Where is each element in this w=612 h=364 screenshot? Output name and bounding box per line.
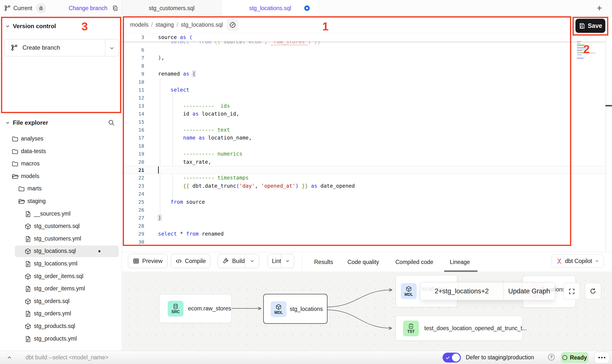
code-line-17[interactable]: 17 name as location_name, [122, 134, 606, 142]
file-tree-item-data-tests[interactable]: data-tests [0, 145, 122, 158]
breadcrumb: models / staging / stg_locations.sql [130, 21, 223, 28]
compile-button[interactable]: Compile [171, 254, 210, 268]
code-line-7[interactable]: 7), [122, 54, 606, 62]
build-dropdown[interactable] [245, 254, 259, 268]
code-line-13[interactable]: 13 ---------- ids [122, 102, 606, 110]
code-line-29[interactable]: 29select * from renamed [122, 230, 606, 238]
file-tree-item-macros[interactable]: macros [0, 158, 122, 170]
file-tree-item--sources-yml[interactable]: __sources.yml [0, 208, 122, 220]
file-tree-item-analyses[interactable]: analyses [0, 133, 122, 145]
code-line-22[interactable]: 22 ---------- timestamps [122, 174, 606, 182]
tab-stg-customers[interactable]: stg_customers.sql [122, 0, 222, 16]
code-line-14[interactable]: 14 id as location_id, [122, 110, 606, 118]
code-line-6[interactable]: 6 [122, 46, 606, 54]
code-line-19[interactable]: 19 ---------- numerics [122, 150, 606, 158]
dbt-copilot-button[interactable]: dbt Copilot [551, 254, 604, 268]
wrench-icon [223, 258, 229, 264]
minimap-line [577, 43, 580, 43]
build-button[interactable]: Build [218, 254, 259, 268]
file-tree-item-stg-products-yml[interactable]: stg_products.yml [0, 333, 122, 345]
search-icon[interactable] [107, 119, 115, 127]
tab-lineage[interactable]: Lineage [450, 252, 470, 272]
code-line-24[interactable]: 24 [122, 190, 606, 198]
compass-icon-button[interactable] [227, 19, 239, 31]
scrollbar-handle[interactable] [605, 105, 612, 106]
clipboard-check-icon [408, 323, 414, 329]
file-tree-item-stg-customers-sql[interactable]: stg_customers.sql [0, 220, 122, 233]
compile-label: Compile [185, 258, 206, 264]
folder-open-icon [12, 173, 19, 180]
help-icon[interactable]: ? [548, 354, 555, 361]
file-tree-item-stg-products-sql[interactable]: stg_products.sql [0, 320, 122, 333]
file-tree-item-stg-locations-sql[interactable]: stg_locations.sql [0, 245, 122, 258]
lineage-node-stg-locations[interactable]: MDL stg_locations [263, 294, 327, 324]
command-input[interactable]: dbt build --select <model_name> [26, 354, 108, 361]
lineage-canvas[interactable]: MDL locations locations SRC ecom.raw_sto… [122, 272, 612, 351]
code-text: from source [151, 198, 606, 206]
code-line-28[interactable]: 28 [122, 222, 606, 230]
tab-compiled-code[interactable]: Compiled code [395, 252, 433, 272]
code-line-9[interactable]: 9renamed as ( [122, 70, 606, 78]
preview-button[interactable]: Preview [128, 254, 167, 268]
chevron-down-icon[interactable] [109, 45, 115, 51]
file-tree-item-stg-orders-sql[interactable]: stg_orders.sql [0, 295, 122, 308]
file-tree-item-staging[interactable]: staging [0, 195, 122, 208]
code-text: ), [151, 54, 606, 62]
code-line-12[interactable]: 12 [122, 94, 606, 102]
copy-icon[interactable] [112, 5, 119, 12]
code-line-18[interactable]: 18 [122, 142, 606, 150]
file-tree-item-stg-orders-yml[interactable]: stg_orders.yml [0, 307, 122, 320]
chevron-down-icon [285, 258, 290, 264]
code-line-20[interactable]: 20 tax_rate, [122, 158, 606, 166]
code-line-5[interactable]: select * from {{ source('ecom', 'raw_sto… [122, 41, 606, 46]
code-line-27[interactable]: 27) [122, 214, 606, 222]
breadcrumb-segment[interactable]: models [130, 21, 148, 28]
file-tree-item-stg-locations-yml[interactable]: stg_locations.yml [0, 258, 122, 270]
create-branch-button[interactable]: Create branch [4, 39, 119, 56]
version-control-header[interactable]: Version control [0, 21, 122, 32]
file-explorer-header[interactable]: File explorer [0, 117, 122, 128]
lint-button[interactable]: Lint [268, 254, 294, 268]
file-tree-item-stg-customers-yml[interactable]: stg_customers.yml [0, 233, 122, 245]
tab-results[interactable]: Results [314, 252, 333, 272]
code-line-21[interactable]: 21 [122, 166, 606, 174]
file-tree-item-stg-order-items-yml[interactable]: stg_order_items.yml [0, 283, 122, 295]
code-line-11[interactable]: 11 select [122, 86, 606, 94]
code-line-10[interactable]: 10 [122, 78, 606, 86]
file-tree-item-models[interactable]: models [0, 170, 122, 183]
code-line-23[interactable]: 23 {{ dbt.date_trunc('day', 'opened_at')… [122, 182, 606, 190]
tab-code-quality[interactable]: Code quality [347, 252, 379, 272]
line-number: 22 [122, 174, 147, 182]
git-branch-icon [4, 5, 11, 12]
tab-stg-locations[interactable]: stg_locations.sql [222, 0, 319, 16]
more-options-button[interactable] [594, 352, 610, 364]
code-editor[interactable]: 3source as ( select * from {{ source('ec… [122, 33, 606, 252]
lint-dropdown[interactable] [281, 254, 294, 268]
lineage-node-test[interactable]: TST test_does_location_opened_at_trunc_t… [395, 316, 523, 341]
code-line-8[interactable]: 8 [122, 62, 606, 70]
code-line-3[interactable]: 3source as ( [122, 33, 606, 41]
file-tree-item-stg-order-items-sql[interactable]: stg_order_items.sql [0, 270, 122, 283]
file-tree-item-marts[interactable]: marts [0, 182, 122, 195]
code-line-26[interactable]: 26 [122, 206, 606, 214]
lineage-filter-input[interactable]: 2+stg_locations+2 [420, 283, 503, 300]
fullscreen-icon [568, 288, 575, 295]
update-graph-button[interactable]: Update Graph [503, 283, 555, 300]
new-tab-button[interactable]: + [594, 3, 605, 13]
lineage-node-ecom-raw-stores[interactable]: SRC ecom.raw_stores [159, 294, 232, 323]
code-line-15[interactable]: 15 [122, 118, 606, 126]
chevron-up-icon[interactable] [6, 355, 12, 361]
refresh-button[interactable] [585, 283, 601, 299]
tab-label: Lineage [450, 259, 470, 265]
save-button[interactable]: Save [575, 19, 605, 33]
defer-toggle[interactable] [443, 353, 461, 363]
save-icon [579, 23, 585, 29]
code-line-30[interactable]: 30 [122, 238, 606, 246]
breadcrumb-segment[interactable]: staging [156, 21, 174, 28]
line-number: 14 [122, 110, 147, 118]
fullscreen-button[interactable] [563, 283, 580, 300]
breadcrumb-segment[interactable]: stg_locations.sql [181, 21, 223, 28]
code-line-25[interactable]: 25 from source [122, 198, 606, 206]
change-branch-link[interactable]: Change branch [69, 5, 107, 12]
code-line-16[interactable]: 16 ---------- text [122, 126, 606, 134]
